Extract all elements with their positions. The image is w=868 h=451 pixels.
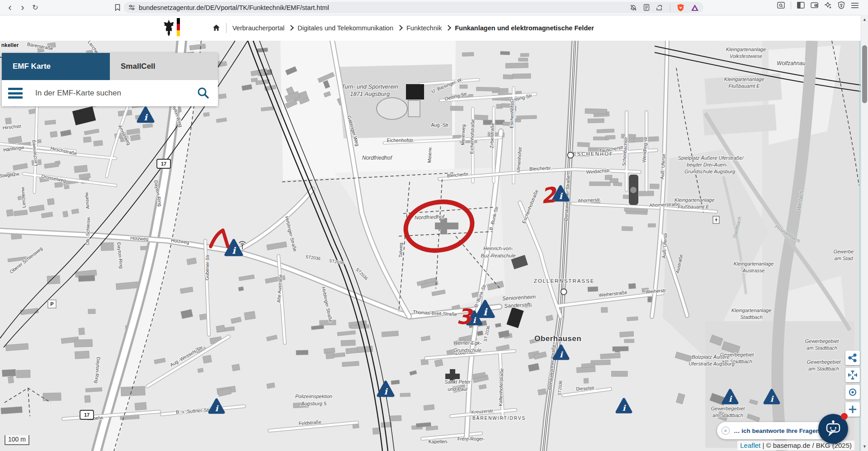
tram-stop-icon	[561, 289, 567, 295]
route-badge: 17	[157, 159, 170, 168]
map-label: Ob.-Schleisw.	[85, 216, 91, 246]
map-label: Stadtbach	[740, 314, 763, 320]
map-label: Sankt Peter	[444, 379, 471, 385]
breadcrumb-item[interactable]: Funktechnik	[406, 24, 442, 32]
chat-teaser-bubble[interactable]: ✕ … ich beantworte Ihre Fragen!	[717, 422, 829, 439]
search-icon	[196, 86, 210, 100]
attribution-copyright: © basemap.de / BKG (2025)	[766, 442, 852, 449]
bookmark-button[interactable]	[111, 2, 124, 14]
map-label: Nordfriedhof	[362, 155, 393, 161]
url-text[interactable]: bundesnetzagentur.de/DE/Vportal/TK/Funkt…	[139, 4, 329, 11]
map-label: Grundschule Augsburg	[684, 169, 736, 174]
site-settings-icon	[128, 4, 135, 11]
map-label: Gubener Str.	[204, 253, 210, 280]
scrollbar-thumb[interactable]	[862, 45, 867, 103]
breadcrumb-item[interactable]: Digitales und Telekommunikation	[297, 24, 393, 32]
close-icon[interactable]: ✕	[722, 427, 730, 435]
sidebar-icon[interactable]	[797, 2, 805, 9]
map-label: bei der Drei-Auen-	[687, 162, 727, 167]
browser-toolbar: ‹ › ↻ bundesnetzagentur.de/DE/Vportal/TK…	[0, 0, 868, 15]
map-label: und Paul	[448, 386, 467, 392]
scroll-down-arrow[interactable]: ▼	[861, 444, 868, 449]
map-label: am Stadtbach	[712, 413, 743, 418]
map-label: Austrasse	[742, 268, 765, 273]
menu-icon[interactable]	[851, 2, 859, 9]
eagle-icon	[163, 18, 175, 37]
reload-button[interactable]: ↻	[29, 2, 42, 14]
home-button[interactable]	[212, 24, 220, 31]
share-icon[interactable]	[656, 4, 664, 11]
map-label: Buz-Realschule	[481, 253, 515, 258]
map-label: Frère-Roger-	[458, 436, 485, 442]
map-label: Eichenhofstr.	[387, 138, 415, 143]
svg-text:P: P	[50, 301, 53, 307]
leo-ai-icon[interactable]	[824, 2, 832, 9]
vpn-shield-icon[interactable]	[838, 1, 845, 9]
map-label: Volksfestwiese	[730, 53, 762, 59]
home-icon	[212, 24, 220, 31]
map-label: am Stadtbach	[807, 345, 837, 351]
map-label: Meierweg	[460, 124, 466, 145]
map-label: Talweg	[398, 242, 404, 257]
map-label: Kleingartenanlage	[724, 76, 764, 82]
map-label: Wolfzahnau	[777, 60, 806, 66]
tab-emf-karte[interactable]: EMF Karte	[2, 53, 110, 80]
map-canvas[interactable]: nkellerBärenstraßeLercheHirschstr.Hänfli…	[0, 41, 861, 451]
zoom-in-button[interactable]	[845, 402, 860, 417]
map-label: Turn- und Sportverein	[341, 83, 398, 90]
map-label: Flußbauamt E	[728, 83, 760, 89]
map-label: Heinrich-von-	[483, 246, 513, 251]
forward-button[interactable]: ›	[16, 2, 29, 14]
wallet-icon[interactable]	[811, 2, 818, 9]
parking-icon: P	[48, 300, 56, 308]
zoom-in-icon	[848, 405, 857, 414]
chat-teaser-text: … ich beantworte Ihre Fragen!	[734, 427, 821, 434]
forward-icon: ›	[21, 3, 24, 13]
map-label: Polizeiinspektion	[295, 394, 332, 399]
divider	[226, 23, 226, 33]
url-bar[interactable]: bundesnetzagentur.de/DE/Vportal/TK/Funkt…	[124, 2, 703, 13]
map-label: nkeller	[1, 42, 19, 48]
flag-stripe	[177, 18, 180, 36]
share-map-button[interactable]	[845, 351, 860, 365]
browser-window: ‹ › ↻ bundesnetzagentur.de/DE/Vportal/TK…	[0, 0, 868, 451]
scale-control: 100 m	[5, 435, 29, 445]
blocked-permission-icon[interactable]	[630, 4, 637, 11]
map-label: am Stadtbach	[808, 366, 839, 371]
annotation-number-3: 3	[456, 304, 474, 329]
search-submit-button[interactable]	[196, 86, 210, 100]
map-label: Kleingartenanlage	[734, 261, 774, 266]
tab-smallcell[interactable]: SmallCell	[110, 53, 218, 80]
divider	[670, 4, 670, 11]
map-label: Werner-Egk-	[453, 340, 481, 346]
panel-tabs: EMF Karte SmallCell	[2, 53, 218, 80]
fit-bounds-button[interactable]	[845, 368, 860, 382]
breadcrumb-item[interactable]: Verbraucherportal	[232, 24, 284, 32]
bookmark-icon	[115, 4, 120, 11]
map-label: Gewerbe	[834, 249, 854, 254]
brave-shields-icon[interactable]	[677, 4, 684, 12]
leaflet-link[interactable]: Leaflet	[740, 442, 760, 449]
chevron-right-icon	[397, 25, 403, 31]
scroll-up-arrow[interactable]: ▲	[861, 17, 868, 22]
chatbot-icon	[824, 420, 842, 437]
reader-mode-icon[interactable]	[643, 4, 650, 11]
map-label: Nordfriedhof	[415, 214, 445, 221]
find-in-page-icon[interactable]	[777, 2, 785, 9]
layers-menu-button[interactable]	[8, 88, 23, 99]
svg-text:17: 17	[161, 161, 166, 166]
federal-eagle-logo	[163, 18, 180, 37]
map-label: Kleingartenanlage	[675, 197, 715, 203]
map-search-input[interactable]	[34, 88, 196, 98]
back-button[interactable]: ‹	[4, 2, 16, 14]
reload-icon: ↻	[32, 3, 38, 12]
menu-icon	[8, 88, 23, 90]
map-label: Zirbelstraße	[489, 123, 495, 149]
map-search-bar	[2, 80, 218, 106]
locate-me-button[interactable]	[845, 385, 860, 399]
route-badge: 17	[80, 410, 94, 419]
divider	[791, 2, 791, 9]
page-scrollbar[interactable]: ▲ ▼	[861, 15, 868, 451]
brave-rewards-icon[interactable]	[691, 4, 699, 11]
chevron-right-icon	[288, 25, 294, 31]
